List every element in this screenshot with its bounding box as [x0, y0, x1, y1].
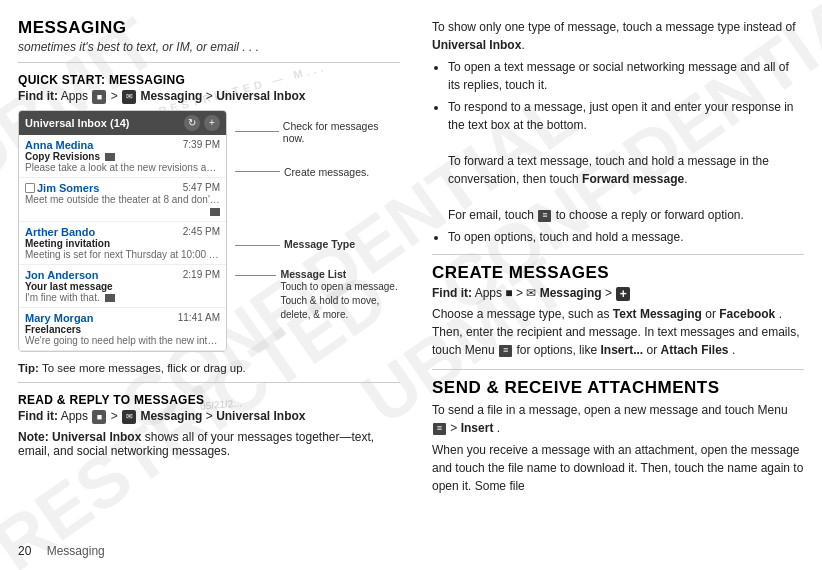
sender-1: Anna Medina [25, 139, 93, 151]
subject-4: Your last message [25, 281, 220, 292]
create-apps-icon: ■ [505, 286, 512, 300]
create-bold-4: Attach Files [661, 343, 729, 357]
create-msg-text: Messaging [540, 286, 602, 300]
inbox-message-2[interactable]: Jim Somers 5:47 PM Meet me outside the t… [19, 178, 226, 222]
create-mid: or [705, 307, 716, 321]
callout-line-3 [235, 245, 280, 246]
preview-4: I'm fine with that. [25, 292, 220, 303]
rr-apps-icon: ■ [92, 410, 106, 424]
create-msg-icon: ✉ [526, 286, 536, 300]
menu-icon-2 [499, 345, 512, 357]
compose-icon[interactable]: + [204, 115, 220, 131]
intro-bold: Universal Inbox [432, 38, 521, 52]
universal-inbox-text: Universal Inbox [216, 89, 305, 103]
send-title: SEND & RECEIVE ATTACHMENTS [432, 378, 804, 398]
page-number-area: 20 Messaging [18, 544, 105, 558]
create-body: Choose a message type, such as Text Mess… [432, 305, 804, 359]
send-body: To send a file in a message, open a new … [432, 401, 804, 437]
time-3: 2:45 PM [183, 226, 220, 237]
divider-1 [18, 62, 400, 63]
time-5: 11:41 AM [178, 312, 220, 323]
bullet-list: To open a text message or social network… [448, 58, 804, 246]
find-it-bold: Find it: [18, 89, 58, 103]
inbox-header-icons: ↻ + [184, 115, 220, 131]
create-apps-text: Apps [475, 286, 502, 300]
bullet-item-3: To open options, touch and hold a messag… [448, 228, 804, 246]
inbox-header: Universal Inbox (14) ↻ + [19, 111, 226, 135]
sender-5: Mary Morgan [25, 312, 93, 324]
bullet-item-1: To open a text message or social network… [448, 58, 804, 94]
tip-body: To see more messages, flick or drag up. [42, 362, 246, 374]
callout-line-2 [235, 171, 280, 172]
sender-2: Jim Somers [37, 182, 99, 194]
menu-icon-3 [433, 423, 446, 435]
divider-right-1 [432, 254, 804, 255]
create-messages-section: CREATE MESSAGES Find it: Apps ■ > ✉ Mess… [432, 263, 804, 359]
create-find-label: Find it: [432, 286, 472, 300]
create-body-3: for options, like [516, 343, 597, 357]
messaging-text: Messaging [140, 89, 202, 103]
send-body-1: To send a file in a message, open a new … [432, 403, 788, 417]
intro-start: To show only one type of message, touch … [432, 20, 796, 34]
divider-2 [18, 382, 400, 383]
intro-end: . [521, 38, 524, 52]
create-bold-3: Insert... [600, 343, 643, 357]
inbox-widget: Universal Inbox (14) ↻ + Anna Medina 7:3… [18, 110, 227, 352]
sender-3: Arther Bando [25, 226, 95, 238]
create-body-start: Choose a message type, such as [432, 307, 609, 321]
bullet-item-2: To respond to a message, just open it an… [448, 98, 804, 224]
rr-messaging-text: Messaging [140, 409, 202, 423]
note-bold: Note: [18, 430, 49, 444]
create-plus-icon: + [616, 287, 630, 301]
callout-text-2: Create messages. [284, 166, 369, 178]
apps-icon: ■ [92, 90, 106, 104]
time-4: 2:19 PM [183, 269, 220, 280]
quick-start-find-it: Find it: Apps ■ > ✉ Messaging > Universa… [18, 89, 400, 104]
preview-2: Meet me outside the theater at 8 and don… [25, 194, 220, 205]
send-bold: Insert [461, 421, 494, 435]
subject-3: Meeting invitation [25, 238, 220, 249]
intro-text: To show only one type of message, touch … [432, 18, 804, 54]
divider-right-2 [432, 369, 804, 370]
rr-messaging-icon: ✉ [122, 410, 136, 424]
tip-text: Tip: To see more messages, flick or drag… [18, 362, 400, 374]
inbox-message-1[interactable]: Anna Medina 7:39 PM Copy Revisions Pleas… [19, 135, 226, 178]
msg-icon-2 [210, 208, 220, 216]
read-reply-title: READ & REPLY TO MESSAGES [18, 393, 400, 407]
refresh-icon[interactable]: ↻ [184, 115, 200, 131]
apps-text: Apps [61, 89, 88, 103]
rr-find-it-bold: Find it: [18, 409, 58, 423]
right-column: To show only one type of message, touch … [420, 0, 822, 570]
subject-5: Freelancers [25, 324, 220, 335]
main-title: MESSAGING [18, 18, 400, 38]
menu-icon-1 [538, 210, 551, 222]
sender-4: Jon Anderson [25, 269, 99, 281]
create-body-5: . [732, 343, 735, 357]
preview-1: Please take a look at the new revisions … [25, 162, 220, 173]
send-body-4: When you receive a message with an attac… [432, 441, 804, 495]
time-1: 7:39 PM [183, 139, 220, 150]
preview-5: We're going to need help with the new in… [25, 335, 220, 346]
page-number: 20 [18, 544, 31, 558]
msg-icon-1 [105, 153, 115, 161]
inbox-message-3[interactable]: Arther Bando 2:45 PM Meeting invitation … [19, 222, 226, 265]
quick-start-label: QUICK START: MESSAGING [18, 73, 400, 87]
msg-icon-4 [105, 294, 115, 302]
callout-line-4 [235, 275, 276, 276]
send-receive-section: SEND & RECEIVE ATTACHMENTS To send a fil… [432, 378, 804, 495]
inbox-message-4[interactable]: Jon Anderson 2:19 PM Your last message I… [19, 265, 226, 308]
checkbox-2[interactable] [25, 183, 35, 193]
rr-apps-text: Apps [61, 409, 88, 423]
create-title: CREATE MESSAGES [432, 263, 804, 283]
note-inbox-bold: Universal Inbox [52, 430, 141, 444]
left-column: MESSAGING sometimes it's best to text, o… [0, 0, 420, 570]
read-reply-find-it: Find it: Apps ■ > ✉ Messaging > Universa… [18, 409, 400, 424]
create-find-it: Find it: Apps ■ > ✉ Messaging > + [432, 286, 804, 301]
page-label: Messaging [47, 544, 105, 558]
inbox-message-5[interactable]: Mary Morgan 11:41 AM Freelancers We're g… [19, 308, 226, 351]
note-text: Note: Universal Inbox shows all of your … [18, 430, 400, 458]
create-bold-1: Text Messaging [613, 307, 702, 321]
rr-dest-text: Universal Inbox [216, 409, 305, 423]
subject-1: Copy Revisions [25, 151, 220, 162]
tip-bold: Tip: [18, 362, 39, 374]
